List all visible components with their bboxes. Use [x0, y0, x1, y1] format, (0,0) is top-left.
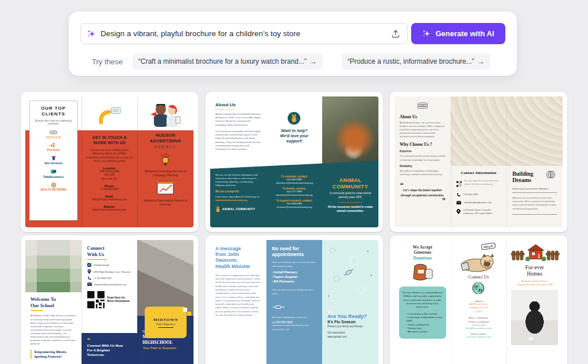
- phone-row: 725-320-2997: [457, 193, 501, 197]
- donation-item: Absorbent cat litter: [407, 330, 443, 334]
- template-card-midtown-highschool[interactable]: Welcome To Our School At Midtown Public …: [21, 235, 198, 364]
- fold-line: [137, 96, 138, 227]
- brand-tagline: Exploring Construction Wonders: [512, 187, 557, 193]
- generate-with-ai-button[interactable]: Generate with AI: [411, 23, 505, 44]
- contact-label: For more information contact us:: [272, 316, 317, 319]
- about-us-panel: About Us Animal Community, founded by Ka…: [210, 96, 266, 160]
- run-text: We are run by full-time employees and vo…: [215, 173, 261, 188]
- animal-community-title: ANIMAL COMMUNITY: [327, 177, 373, 190]
- school-quote-panel: Connect With Us Now For A Brighter Tomor…: [82, 333, 138, 364]
- client-logo: PixiTech: [33, 143, 74, 152]
- flu-ready-panel: Are You Ready? It's Flu Season Protect y…: [322, 240, 378, 364]
- pharmacy-item: IBA Pharmacies: [272, 280, 317, 284]
- template-card-animal-community[interactable]: About Us Animal Community, founded by Ka…: [206, 92, 383, 232]
- animal-url: www.animalcommunity.org: [215, 199, 261, 202]
- welcome-paragraph: At Midtown Public High School, we believ…: [30, 314, 76, 346]
- doctor-paragraph: You can also visit your family doctor's …: [272, 288, 317, 296]
- contact-block: To support research, contact: 505-588-59…: [272, 199, 318, 209]
- fold-line: [82, 96, 82, 227]
- agency-title: HUDSON ADVERTISING: [142, 133, 189, 144]
- squares-icon: [51, 143, 56, 148]
- contact-title: Contact Us: [456, 274, 502, 280]
- client-logo: HEALTH NETWORK: [33, 183, 74, 191]
- contact-email: donations@animalcommunity.org: [272, 193, 318, 197]
- puppy-photo: [511, 290, 558, 345]
- virus-doodle: [350, 256, 359, 265]
- suggestion-chip-rustic[interactable]: “Produce a rustic, informative brochure.…: [342, 53, 490, 69]
- template-card-hudson-advertising[interactable]: OUR TOP CLIENTS Brands who trust our mar…: [21, 92, 198, 232]
- template-card-furever-homes[interactable]: We Accept Generous Donations Fur-ever Ho…: [390, 235, 567, 364]
- email-value: info@buildingdreams.com: [464, 201, 492, 204]
- flu-season-subtitle: It's Flu Season: [327, 320, 373, 324]
- upload-icon[interactable]: [390, 28, 401, 40]
- donations-title: We Accept Generous: [399, 245, 446, 255]
- prompt-input-wrap[interactable]: [80, 23, 408, 44]
- rabbit-icon: [288, 112, 300, 125]
- about-title: About Us: [215, 102, 261, 107]
- brand-subtitle: Nonprofit Animal Welfare, Adoption & Fos…: [511, 280, 558, 287]
- connect-quote: Connect With Us Now For A Brighter Tomor…: [87, 336, 132, 357]
- fold-line: [506, 96, 507, 227]
- animal-nonprofit-panel: We are run by full-time employees and vo…: [210, 170, 266, 227]
- rabbit-icon: [215, 206, 220, 212]
- dotted-divider: [339, 202, 362, 203]
- globe-icon: [456, 282, 502, 297]
- flu-message-panel: A message from John Swanson, Health Mini…: [210, 240, 266, 364]
- expertise-label: Expertise: [400, 150, 446, 153]
- location-value: 1490 Sterling Way Unit 329 New York, NY: [86, 170, 133, 180]
- furever-contact-panel: HELLO! Contact Us Address: 4000 Perine S…: [451, 240, 507, 364]
- school-connect-panel: Connect With Us @midtownhigh 4393 High M…: [82, 240, 138, 333]
- donation-item: Large bags of dog and/or cat dry kibble: [407, 316, 443, 323]
- school-campus-photo: [25, 240, 82, 292]
- pet-food-illustration: [399, 262, 446, 284]
- service-1: Marketing Consulting Services & Campaign…: [142, 169, 189, 177]
- phone-chat-icon: [86, 100, 133, 130]
- building-brand-panel: Building Dreams Exploring Construction W…: [506, 166, 563, 227]
- qr-scan-block: Scan Here for More Information: [87, 291, 132, 308]
- hudson-contact-panel: GET IN TOUCH & WORK WITH US Contact one …: [82, 96, 138, 227]
- phone-row: +1 312-892-0767: [87, 276, 132, 280]
- template-card-flu-season[interactable]: A message from John Swanson, Health Mini…: [206, 235, 383, 364]
- chip-label: “Produce a rustic, informative brochure.…: [347, 57, 474, 65]
- hudson-agency-panel: HUDSON ADVERTISING AGENCY Marketing Cons…: [137, 96, 194, 227]
- nonprofit-paragraph: Fur-ever Homes is a nonprofit Animal Wel…: [403, 291, 443, 309]
- phone-value: +1 312-892-0767: [94, 277, 112, 280]
- dot-doodle: [367, 250, 369, 252]
- email-row: info@buildingdreams.com: [457, 201, 501, 204]
- contact-block: To donate, contact: 505-577-5989 donatio…: [272, 187, 318, 197]
- flu-appointments-panel: No need for appointments Here are locati…: [266, 240, 323, 364]
- flu-brochure: A message from John Swanson, Health Mini…: [210, 240, 378, 364]
- coordinator-name: Mary A. Holloman, Welfare Coordinator: [456, 316, 502, 324]
- contact-email: research@animalcommunity.org: [272, 206, 318, 209]
- message-paragraph: This season it's important to not only l…: [215, 274, 261, 317]
- client-logo: Jim Hortons: [33, 156, 74, 165]
- qr-code-icon: [87, 291, 105, 308]
- building-about-panel: About Us At Building Dreams, we are more…: [394, 96, 451, 227]
- get-vaccinated-text: Get vaccinated. www.getvac.com: [327, 331, 373, 339]
- donations-accent: Donations: [399, 255, 446, 261]
- virus-doodle: [358, 286, 365, 293]
- dot-doodle: [328, 295, 330, 297]
- building-contact-panel: Contact Information For any inquiries or…: [451, 166, 507, 227]
- agency-subtitle: AGENCY: [142, 145, 189, 149]
- yellow-underline: [30, 310, 43, 311]
- sparkles-icon: [422, 29, 431, 38]
- address-value: 4000 Perine Street, Arlington, VA, US 22…: [456, 303, 502, 313]
- phone-value: 1-705-830-5590: [86, 188, 133, 191]
- cat-illustration: HELLO!: [456, 243, 502, 272]
- people-illustration: [142, 100, 189, 130]
- get-in-touch-body: Contact one of our leading expert Market…: [86, 149, 133, 163]
- location-icon: [457, 209, 461, 214]
- template-card-building-dreams[interactable]: About Us At Building Dreams, we are more…: [390, 92, 567, 232]
- prompt-input[interactable]: [100, 29, 385, 38]
- animal-footer-text: All the resources needed to create anima…: [327, 206, 373, 213]
- contact-email: volunteers@animalcommunity.org: [272, 181, 318, 185]
- donations-panel: We Accept Generous Donations Fur-ever Ho…: [394, 240, 451, 364]
- appointments-paragraph: Here are locations you can receive your …: [272, 261, 317, 268]
- fold-line: [82, 240, 82, 364]
- syringe-doodle: [340, 264, 358, 281]
- instagram-handle: @midtownhigh: [94, 264, 110, 266]
- suggestion-chip-luxury-watch[interactable]: “Craft a minimalist brochure for a luxur…: [133, 53, 323, 69]
- email-value: midtownhighschool@mail.com: [94, 283, 127, 286]
- building-brochure: About Us At Building Dreams, we are more…: [394, 96, 563, 227]
